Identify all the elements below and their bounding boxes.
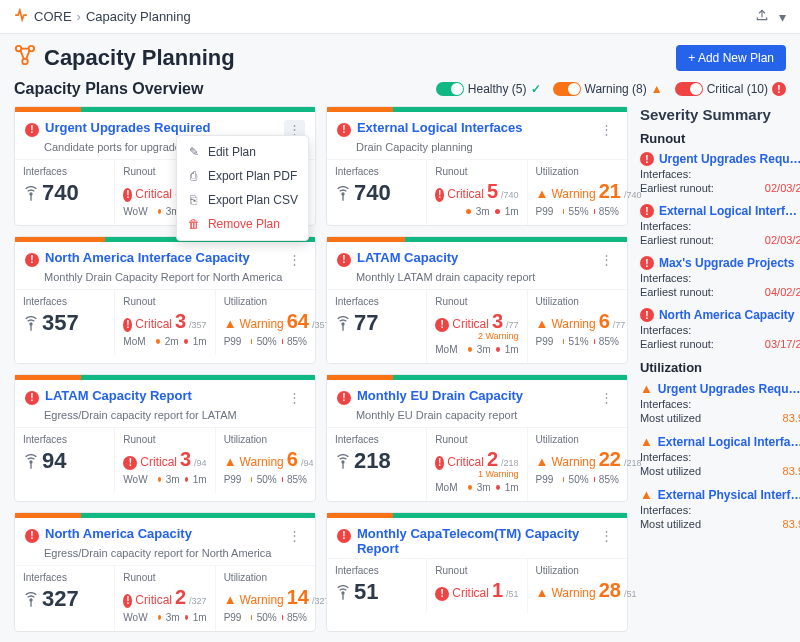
critical-icon: !	[435, 318, 449, 332]
runout-col: Runout !Critical2/218 1 Warning MoM3m1m	[427, 428, 527, 501]
summary-link[interactable]: External Physical Interface	[658, 488, 800, 502]
critical-icon: !	[25, 529, 39, 543]
interfaces-col: Interfaces 740	[327, 160, 427, 225]
antenna-icon	[335, 186, 351, 203]
card-subtitle: Monthly LATAM drain capacity report	[327, 271, 627, 289]
pencil-icon: ✎	[187, 145, 201, 159]
card-title[interactable]: Monthly CapaTelecom(TM) Capacity Report	[357, 526, 596, 556]
summary-link[interactable]: Urgent Upgrades Required	[659, 152, 800, 166]
card-subtitle: Egress/Drain capacity report for LATAM	[15, 409, 315, 427]
runout-section-title: Runout	[640, 131, 800, 146]
warning-icon: ▲	[536, 316, 549, 331]
card-title[interactable]: LATAM Capacity	[357, 250, 596, 265]
filter-critical[interactable]: Critical (10)!	[675, 82, 786, 96]
menu-remove[interactable]: 🗑Remove Plan	[177, 212, 308, 236]
menu-export-pdf[interactable]: ⎙Export Plan PDF	[177, 164, 308, 188]
warning-icon: ▲	[224, 316, 237, 331]
runout-col: Runout !Critical1/51	[427, 559, 527, 613]
critical-icon: !	[25, 253, 39, 267]
summary-link[interactable]: Urgent Upgrades Required	[658, 382, 800, 396]
runout-col: Runout !Critical2/327 WoW3m1m	[115, 566, 215, 631]
critical-icon: !	[435, 188, 444, 202]
warning-icon: ▲	[640, 487, 653, 502]
summary-link[interactable]: North America Capacity	[659, 308, 800, 322]
interfaces-col: Interfaces 327	[15, 566, 115, 631]
breadcrumb-page[interactable]: Capacity Planning	[86, 9, 191, 24]
card-more-icon[interactable]: ⋮	[596, 526, 617, 545]
card-more-icon[interactable]: ⋮	[596, 120, 617, 139]
card-subtitle: Egress/Drain capacity report for North A…	[15, 547, 315, 565]
card-more-icon[interactable]: ⋮	[596, 388, 617, 407]
warning-icon: ▲	[536, 186, 549, 201]
critical-icon: !	[435, 456, 444, 470]
warning-icon: ▲	[224, 592, 237, 607]
interfaces-col: Interfaces 218	[327, 428, 427, 501]
warning-icon: ▲	[640, 434, 653, 449]
plan-card: ! Monthly EU Drain Capacity ⋮ Monthly EU…	[326, 374, 628, 502]
pdf-icon: ⎙	[187, 169, 201, 183]
interfaces-col: Interfaces 357	[15, 290, 115, 355]
warning-icon: ▲	[640, 381, 653, 396]
summary-title: Severity Summary	[640, 106, 800, 123]
card-more-icon[interactable]: ⋮	[284, 526, 305, 545]
critical-icon: !	[123, 456, 137, 470]
severity-summary: Severity Summary Runout !Urgent Upgrades…	[640, 106, 800, 540]
antenna-icon	[335, 585, 351, 602]
app-logo-icon	[14, 8, 28, 25]
share-icon[interactable]	[755, 8, 769, 25]
card-more-icon[interactable]: ⋮	[596, 250, 617, 269]
runout-col: Runout !Critical3/357 MoM2m1m	[115, 290, 215, 355]
capacity-icon	[14, 44, 36, 72]
card-title[interactable]: LATAM Capacity Report	[45, 388, 284, 403]
menu-export-csv[interactable]: ⎘Export Plan CSV	[177, 188, 308, 212]
page-header: Capacity Planning + Add New Plan	[0, 34, 800, 78]
interfaces-col: Interfaces 740	[15, 160, 115, 225]
plan-card: ! Monthly CapaTelecom(TM) Capacity Repor…	[326, 512, 628, 632]
critical-icon: !	[25, 391, 39, 405]
more-icon[interactable]: ▾	[779, 9, 786, 25]
utilization-section-title: Utilization	[640, 360, 800, 375]
plan-card: ! External Logical Interfaces ⋮ Drain Ca…	[326, 106, 628, 226]
antenna-icon	[23, 316, 39, 333]
critical-icon: !	[337, 391, 351, 405]
topbar: CORE › Capacity Planning ▾	[0, 0, 800, 34]
card-title[interactable]: North America Interface Capacity	[45, 250, 284, 265]
overview-title: Capacity Plans Overview	[14, 80, 203, 98]
menu-edit[interactable]: ✎Edit Plan	[177, 140, 308, 164]
summary-link[interactable]: Max's Upgrade Projects	[659, 256, 800, 270]
card-title[interactable]: Monthly EU Drain Capacity	[357, 388, 596, 403]
interfaces-col: Interfaces 77	[327, 290, 427, 363]
critical-icon: !	[640, 152, 654, 166]
warning-icon: ▲	[536, 585, 549, 600]
summary-link[interactable]: External Logical Interfaces	[659, 204, 800, 218]
utilization-col: Utilization ▲Warning21/740 P9955%85%	[528, 160, 627, 225]
plan-card: ! North America Capacity ⋮ Egress/Drain …	[14, 512, 316, 632]
antenna-icon	[23, 454, 39, 471]
card-title[interactable]: External Logical Interfaces	[357, 120, 596, 135]
card-more-icon[interactable]: ⋮	[284, 388, 305, 407]
breadcrumb-root[interactable]: CORE	[34, 9, 72, 24]
runout-col: Runout !Critical3/94 WoW3m1m	[115, 428, 215, 493]
csv-icon: ⎘	[187, 193, 201, 207]
utilization-col: Utilization ▲Warning6/77 P9951%85%	[528, 290, 627, 363]
add-new-plan-button[interactable]: + Add New Plan	[676, 45, 786, 71]
page-title: Capacity Planning	[44, 45, 676, 71]
critical-icon: !	[337, 529, 351, 543]
summary-utilization-item: ▲External Logical Interfaces⋮ Interfaces…	[640, 434, 800, 477]
card-subtitle: Monthly Drain Capacity Report for North …	[15, 271, 315, 289]
interfaces-col: Interfaces 51	[327, 559, 427, 613]
critical-icon: !	[337, 253, 351, 267]
runout-col: Runout !Critical3/77 2 Warning MoM3m1m	[427, 290, 527, 363]
card-more-icon[interactable]: ⋮	[284, 250, 305, 269]
card-subtitle: Drain Capacity planning	[327, 141, 627, 159]
card-title[interactable]: Urgent Upgrades Required	[45, 120, 284, 135]
summary-link[interactable]: External Logical Interfaces	[658, 435, 800, 449]
utilization-col: Utilization ▲Warning64/357 P9950%85%	[216, 290, 315, 355]
filter-healthy[interactable]: Healthy (5)✓	[436, 82, 541, 96]
warning-icon: ▲	[224, 454, 237, 469]
overview-bar: Capacity Plans Overview Healthy (5)✓ War…	[0, 78, 800, 106]
plans-grid: ! Urgent Upgrades Required ⋮ Candidate p…	[14, 106, 628, 632]
critical-icon: !	[123, 594, 132, 608]
filter-warning[interactable]: Warning (8)▲	[553, 82, 663, 96]
card-title[interactable]: North America Capacity	[45, 526, 284, 541]
